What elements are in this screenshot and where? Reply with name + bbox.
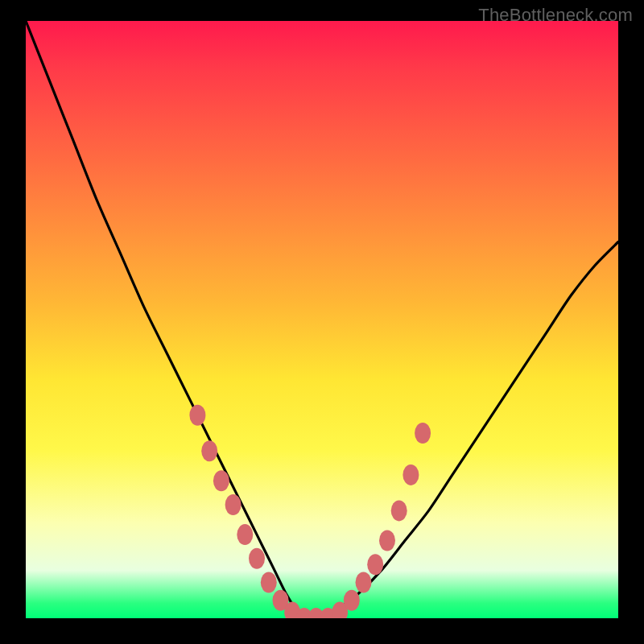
chart-marker [189,405,205,426]
attribution-label: TheBottleneck.com [478,5,633,26]
chart-marker [237,524,253,545]
chart-marker [391,500,407,521]
chart-marker [225,494,242,515]
chart-markers [189,405,431,618]
chart-marker [249,548,265,569]
chart-marker [201,440,217,461]
chart-marker [379,530,395,551]
chart-marker [356,572,372,593]
chart-frame: TheBottleneck.com [0,0,644,644]
chart-marker [261,572,277,593]
bottleneck-curve [26,21,618,618]
chart-marker [213,470,229,491]
chart-marker [415,423,431,444]
chart-svg [26,21,618,618]
chart-marker [344,590,360,611]
chart-plot-area [26,21,618,618]
chart-marker [402,464,419,485]
chart-marker [367,554,383,575]
